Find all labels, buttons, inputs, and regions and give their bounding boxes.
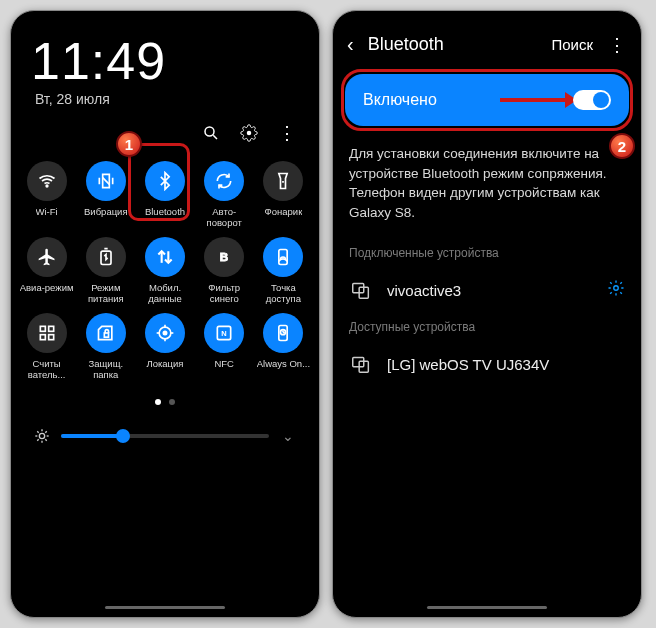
svg-rect-14 [40, 326, 45, 331]
tile-nfc[interactable]: NNFC [197, 313, 252, 381]
tile-label: Wi-Fi [36, 207, 58, 218]
tile-label: Always On... [257, 359, 310, 370]
brightness-fill [61, 434, 123, 438]
wifi-icon[interactable] [27, 161, 67, 201]
svg-line-6 [102, 178, 109, 185]
clock: 11:49 [31, 35, 299, 87]
brightness-slider-row: ⌄ [11, 405, 319, 445]
step-badge-2: 2 [609, 133, 635, 159]
paired-device-row[interactable]: vivoactive3 [333, 266, 641, 314]
svg-rect-40 [353, 284, 364, 293]
tile-label: Мобил. данные [137, 283, 192, 305]
svg-rect-15 [48, 326, 53, 331]
tile-bluefilter[interactable]: BФильтр синего [197, 237, 252, 305]
action-row: ⋮ [11, 113, 319, 149]
brightness-icon [33, 427, 51, 445]
tile-label: Локация [146, 359, 183, 370]
available-section-label: Доступные устройства [333, 314, 641, 340]
tile-label: Фонарик [265, 207, 303, 218]
tile-label: Фильтр синего [197, 283, 252, 305]
bluetooth-header: ‹ Bluetooth Поиск ⋮ [333, 11, 641, 68]
device-settings-icon[interactable] [607, 279, 625, 302]
tile-label: Bluetooth [145, 207, 185, 218]
phone-left-quick-settings: 11:49 Вт, 28 июля ⋮ Wi-FiВибрацияBluetoo… [10, 10, 320, 618]
tile-rotate[interactable]: Авто-поворот [197, 161, 252, 229]
tile-data[interactable]: Мобил. данные [137, 237, 192, 305]
data-icon[interactable] [145, 237, 185, 277]
airplane-icon[interactable] [27, 237, 67, 277]
tile-hotspot[interactable]: Точка доступа [256, 237, 311, 305]
back-icon[interactable]: ‹ [347, 33, 354, 56]
tile-location[interactable]: Локация [137, 313, 192, 381]
page-dot-1 [155, 399, 161, 405]
more-icon[interactable]: ⋮ [277, 123, 297, 143]
annotation-arrow [500, 98, 575, 102]
available-device-row[interactable]: [LG] webOS TV UJ634V [333, 340, 641, 388]
tile-vibration[interactable]: Вибрация [78, 161, 133, 229]
chevron-down-icon[interactable]: ⌄ [279, 427, 297, 445]
tile-label: Считы ватель... [19, 359, 74, 381]
nav-gesture-bar [427, 606, 547, 609]
switch-knob [593, 92, 609, 108]
quick-settings-header: 11:49 Вт, 28 июля [11, 11, 319, 113]
scan-icon[interactable] [27, 313, 67, 353]
more-icon[interactable]: ⋮ [607, 34, 627, 56]
secure-icon[interactable] [86, 313, 126, 353]
flashlight-icon[interactable] [263, 161, 303, 201]
tile-flashlight[interactable]: Фонарик [256, 161, 311, 229]
brightness-thumb[interactable] [116, 429, 130, 443]
location-icon[interactable] [145, 313, 185, 353]
available-device-name: [LG] webOS TV UJ634V [387, 356, 625, 373]
tile-label: Авто-поворот [197, 207, 252, 229]
date: Вт, 28 июля [35, 91, 299, 107]
svg-line-30 [283, 332, 285, 333]
svg-rect-43 [353, 358, 364, 367]
svg-rect-17 [48, 334, 53, 339]
settings-icon[interactable] [239, 123, 259, 143]
svg-point-0 [205, 127, 214, 136]
tile-aod[interactable]: Always On... [256, 313, 311, 381]
hotspot-icon[interactable] [263, 237, 303, 277]
paired-section-label: Подключенные устройства [333, 240, 641, 266]
bluetooth-icon[interactable] [145, 161, 185, 201]
svg-point-20 [163, 331, 166, 334]
search-icon[interactable] [201, 123, 221, 143]
page-dot-2 [169, 399, 175, 405]
bluetooth-switch[interactable] [573, 90, 611, 110]
svg-text:B: B [220, 250, 228, 263]
page-title: Bluetooth [368, 34, 538, 55]
search-link[interactable]: Поиск [551, 36, 593, 53]
svg-rect-18 [104, 333, 108, 337]
tiles-grid: Wi-FiВибрацияBluetoothАвто-поворотФонари… [11, 149, 319, 381]
phone-right-bluetooth-settings: ‹ Bluetooth Поиск ⋮ Включено 2 Для устан… [332, 10, 642, 618]
tile-label: NFC [214, 359, 234, 370]
tile-bluetooth[interactable]: Bluetooth [137, 161, 192, 229]
svg-point-2 [247, 131, 252, 136]
nfc-icon[interactable]: N [204, 313, 244, 353]
step-badge-1: 1 [116, 131, 142, 157]
svg-line-39 [45, 431, 46, 432]
svg-rect-16 [40, 334, 45, 339]
vibration-icon[interactable] [86, 161, 126, 201]
rotate-icon[interactable] [204, 161, 244, 201]
bluefilter-icon[interactable]: B [204, 237, 244, 277]
tile-label: Режим питания [78, 283, 133, 305]
svg-line-38 [37, 439, 38, 440]
bluetooth-toggle-card[interactable]: Включено [345, 74, 629, 126]
tile-label: Защищ. папка [78, 359, 133, 381]
tile-label: Авиа-режим [20, 283, 74, 294]
tile-label: Вибрация [84, 207, 128, 218]
device-icon [349, 278, 373, 302]
tile-scan[interactable]: Считы ватель... [19, 313, 74, 381]
tile-battery[interactable]: Режим питания [78, 237, 133, 305]
svg-point-42 [614, 286, 619, 291]
brightness-slider[interactable] [61, 434, 269, 438]
tile-airplane[interactable]: Авиа-режим [19, 237, 74, 305]
tile-secure[interactable]: Защищ. папка [78, 313, 133, 381]
svg-text:N: N [221, 329, 226, 338]
svg-point-3 [46, 185, 48, 187]
aod-icon[interactable] [263, 313, 303, 353]
info-text: Для установки соединения включите на уст… [333, 132, 641, 240]
tile-wifi[interactable]: Wi-Fi [19, 161, 74, 229]
battery-icon[interactable] [86, 237, 126, 277]
